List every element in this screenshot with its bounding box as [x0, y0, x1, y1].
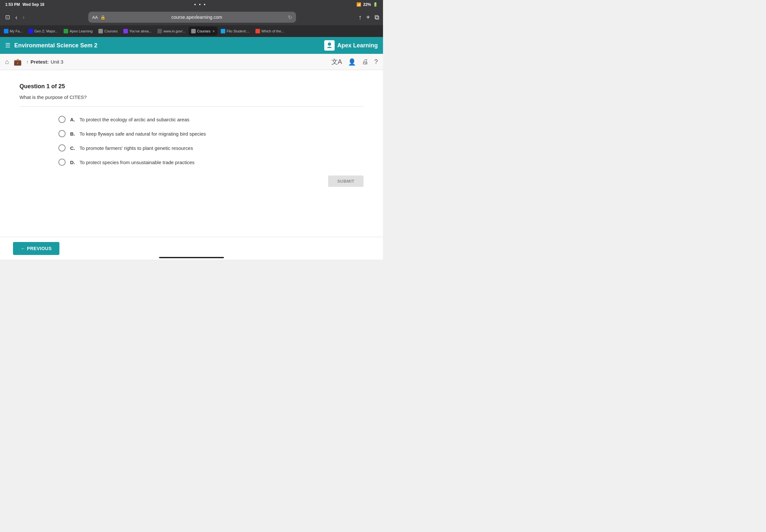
tab-filo[interactable]: Filo Student:... [218, 27, 252, 36]
tab-courses-active[interactable]: Courses ✕ [188, 27, 217, 36]
submit-button[interactable]: SUBMIT [328, 175, 363, 187]
submit-area: SUBMIT [19, 166, 363, 190]
forward-button[interactable]: › [21, 13, 26, 22]
time: 1:53 PM [5, 2, 20, 7]
tab-icon-my-fa [4, 29, 8, 33]
app-header: ☰ Environmental Science Sem 2 Apex Learn… [0, 37, 383, 54]
question-text: What is the purpose of CITES? [19, 94, 363, 100]
sub-header-left: ⌂ 💼 ↑ Pretest: Unit 3 [5, 58, 63, 66]
status-bar-right: 📶 22% 🔋 [356, 2, 378, 7]
app-header-right: Apex Learning [324, 40, 378, 51]
tab-icon-which [255, 29, 260, 33]
tab-label-courses-active: Courses [197, 29, 210, 33]
tab-icon-youve [123, 29, 128, 33]
status-bar-left: 1:53 PM Wed Sep 18 [5, 2, 44, 7]
tabs-bar: My Fa... Gen Z: Major... Apex Learning C… [0, 25, 383, 37]
font-size-control[interactable]: AA [92, 15, 98, 20]
apex-logo: Apex Learning [324, 40, 378, 51]
tab-icon-ingov [157, 29, 162, 33]
share-button[interactable]: ↑ [358, 14, 361, 21]
help-icon[interactable]: ? [374, 58, 378, 66]
tab-my-fa[interactable]: My Fa... [1, 27, 25, 36]
tab-icon-courses1 [98, 29, 103, 33]
answer-label-a: A. [70, 117, 75, 122]
tab-gen-z[interactable]: Gen Z: Major... [26, 27, 61, 36]
tab-youve-alrea[interactable]: You've alrea... [121, 27, 154, 36]
tab-in-gov[interactable]: www.in.gov/... [155, 27, 188, 36]
radio-b[interactable] [58, 130, 66, 137]
tab-icon-courses-active [191, 29, 196, 33]
lock-icon: 🔒 [100, 15, 105, 20]
browser-chrome: ⊡ ‹ › AA 🔒 course.apexlearning.com ↻ ↑ +… [0, 9, 383, 25]
answer-options: A. To protect the ecology of arctic and … [58, 116, 363, 166]
answer-option-a[interactable]: A. To protect the ecology of arctic and … [58, 116, 363, 123]
print-icon[interactable]: 🖨 [362, 58, 368, 66]
tab-icon-apex [64, 29, 68, 33]
hamburger-menu-icon[interactable]: ☰ [5, 42, 10, 49]
address-bar[interactable]: AA 🔒 course.apexlearning.com ↻ [88, 12, 296, 23]
tab-label-ingov: www.in.gov/... [163, 29, 185, 33]
answer-option-c[interactable]: C. To promote farmers' rights to plant g… [58, 144, 363, 151]
tab-icon-filo [221, 29, 225, 33]
svg-point-0 [328, 42, 331, 46]
battery-level: 22% [363, 2, 371, 7]
tab-close-button[interactable]: ✕ [212, 30, 215, 33]
tab-label-youve: You've alrea... [129, 29, 152, 33]
breadcrumb: ↑ Pretest: Unit 3 [26, 59, 63, 65]
browser-controls: ⊡ ‹ › [4, 12, 26, 22]
breadcrumb-pretest-label: Pretest: [30, 59, 49, 65]
tab-label-which: Which of the... [261, 29, 284, 33]
question-header: Question 1 of 25 [19, 83, 363, 90]
tab-icon-gen-z [29, 29, 33, 33]
tabs-button[interactable]: ⧉ [374, 14, 379, 21]
tab-apex-learning[interactable]: Apex Learning [61, 27, 95, 36]
status-dots: • • • [194, 2, 206, 7]
answer-label-d: D. [70, 160, 75, 165]
tab-which[interactable]: Which of the... [253, 27, 286, 36]
answer-option-d[interactable]: D. To protect species from unsustainable… [58, 159, 363, 166]
radio-c[interactable] [58, 144, 66, 151]
tab-label-courses1: Courses [104, 29, 117, 33]
home-indicator [159, 257, 224, 258]
radio-d[interactable] [58, 159, 66, 166]
accessibility-icon[interactable]: 👤 [348, 58, 356, 66]
app-header-left: ☰ Environmental Science Sem 2 [5, 42, 97, 49]
portfolio-icon[interactable]: 💼 [14, 58, 22, 66]
tab-label-filo: Filo Student:... [226, 29, 249, 33]
bottom-bar: ← PREVIOUS [0, 237, 383, 260]
question-divider [19, 106, 363, 107]
tab-label-apex: Apex Learning [69, 29, 92, 33]
sub-header: ⌂ 💼 ↑ Pretest: Unit 3 文A 👤 🖨 ? [0, 54, 383, 70]
answer-text-a: To protect the ecology of arctic and sub… [79, 117, 189, 122]
refresh-button[interactable]: ↻ [288, 14, 292, 20]
answer-label-c: C. [70, 145, 75, 151]
status-bar: 1:53 PM Wed Sep 18 • • • 📶 22% 🔋 [0, 0, 383, 9]
main-content: Question 1 of 25 What is the purpose of … [0, 70, 383, 245]
sub-header-right: 文A 👤 🖨 ? [331, 57, 378, 66]
radio-a[interactable] [58, 116, 66, 123]
app-title: Environmental Science Sem 2 [14, 42, 97, 49]
back-button[interactable]: ‹ [14, 12, 19, 22]
apex-logo-text: Apex Learning [337, 42, 378, 49]
wifi-icon: 📶 [356, 2, 361, 7]
home-icon[interactable]: ⌂ [5, 58, 9, 66]
answer-text-d: To protect species from unsustainable tr… [79, 160, 194, 165]
previous-button[interactable]: ← PREVIOUS [13, 242, 59, 255]
tab-label-my-fa: My Fa... [10, 29, 23, 33]
tab-courses-1[interactable]: Courses [96, 27, 120, 36]
answer-text-b: To keep flyways safe and natural for mig… [79, 131, 206, 137]
breadcrumb-unit: Unit 3 [51, 59, 63, 65]
translate-icon[interactable]: 文A [331, 57, 342, 66]
url-text[interactable]: course.apexlearning.com [108, 15, 285, 20]
date: Wed Sep 18 [22, 2, 44, 7]
breadcrumb-arrow-icon: ↑ [26, 59, 29, 65]
tab-label-gen-z: Gen Z: Major... [34, 29, 58, 33]
add-tab-button[interactable]: + [366, 14, 370, 21]
answer-text-c: To promote farmers' rights to plant gene… [79, 145, 193, 151]
browser-actions: ↑ + ⧉ [358, 14, 379, 21]
sidebar-toggle-button[interactable]: ⊡ [4, 12, 11, 22]
apex-logo-icon [324, 40, 334, 51]
answer-label-b: B. [70, 131, 75, 137]
answer-option-b[interactable]: B. To keep flyways safe and natural for … [58, 130, 363, 137]
battery-icon: 🔋 [373, 2, 378, 7]
